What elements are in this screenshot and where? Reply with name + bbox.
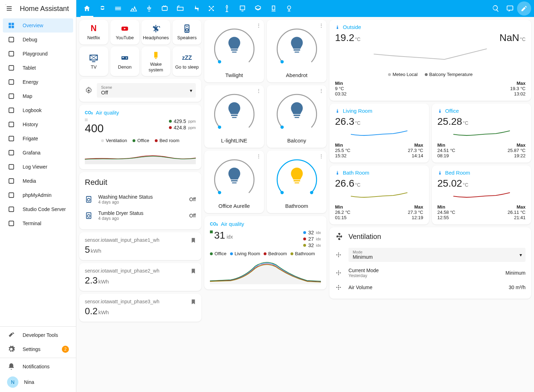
svg-point-56 [218, 191, 221, 194]
bookmark-icon [190, 237, 196, 244]
thermometer-icon: 🌡 [335, 170, 340, 176]
thermometer-icon: 🌡 [335, 24, 340, 30]
sidebar-item-history[interactable]: History [3, 117, 73, 131]
room-card-office[interactable]: 🌡Office 25.28°C Min24.51 °C08:19 Max25.8… [432, 104, 532, 163]
sidebar-header: Home Assistant [0, 0, 76, 17]
entity-row[interactable]: Tumble Dryer Status4 days agoOff [85, 207, 196, 224]
sidebar-item-terminal[interactable]: Terminal [3, 216, 73, 230]
sidebar-item-studio-code-server[interactable]: Studio Code Server [3, 202, 73, 216]
svg-point-63 [338, 254, 339, 255]
sidebar-item-tablet[interactable]: Tablet [3, 61, 73, 75]
quick-button-headphones[interactable]: Headphones [141, 20, 170, 45]
svg-point-26 [287, 6, 291, 9]
sidebar-item-logbook[interactable]: Logbook [3, 103, 73, 117]
quick-button-netflix[interactable]: NNetflix [79, 20, 108, 45]
gear-icon [7, 345, 16, 353]
topbar-tab-13[interactable] [281, 0, 297, 17]
gear-icon[interactable] [85, 87, 93, 94]
sidebar-item-phpmyadmin[interactable]: phpMyAdmin [3, 188, 73, 202]
sidebar-user[interactable]: N Nina [3, 374, 73, 391]
sidebar-settings[interactable]: Settings 2 [3, 342, 73, 356]
sidebar-item-media[interactable]: Media [3, 174, 73, 188]
svg-rect-40 [87, 197, 91, 203]
topbar-tab-8[interactable] [204, 0, 219, 17]
room-card-bed-room[interactable]: 🌡Bed Room 25.02°C Min24.58 °C12:55 Max26… [432, 165, 532, 224]
sidebar-item-log-viewer[interactable]: Log Viewer [3, 160, 73, 174]
search-button[interactable] [489, 1, 503, 16]
room-card-living-room[interactable]: 🌡Living Room 26.3°C Min25.5 °C15:32 Max2… [329, 104, 429, 163]
light-card-l-lightline[interactable]: ⋮ L-lightLINE [204, 85, 264, 148]
sensor-card[interactable]: sensor.iotawatt_input_phase2_wh2.3kWh [79, 263, 201, 291]
nav-icon [7, 64, 16, 72]
topbar-tab-5[interactable] [157, 0, 172, 17]
light-card-balcony[interactable]: ⋮ Balcony [267, 85, 327, 148]
sensor-card[interactable]: sensor.iotawatt_input_phase3_wh0.2kWh [79, 294, 201, 322]
light-card-bathroom[interactable]: ⋮ Bathroom [267, 151, 327, 213]
sidebar-item-overview[interactable]: Overview [3, 18, 73, 33]
entity-row[interactable]: Washing Machine Status4 days agoOff [85, 191, 196, 207]
sidebar-item-frigate[interactable]: Frigate [3, 131, 73, 146]
sidebar-item-grafana[interactable]: Grafana [3, 146, 73, 160]
svg-rect-52 [232, 117, 236, 118]
menu-icon[interactable] [6, 4, 14, 13]
light-card-abendrot[interactable]: ⋮ Abendrot [267, 20, 327, 82]
svg-rect-19 [177, 7, 183, 10]
bookmark-icon [190, 299, 196, 305]
quick-button-speakers[interactable]: Speakers [172, 20, 201, 45]
svg-rect-16 [9, 207, 13, 211]
light-card-office-aurelle[interactable]: ⋮ Office Aurelle [204, 151, 264, 213]
nav-icon [7, 120, 16, 129]
topbar-tab-0[interactable] [79, 0, 95, 17]
svg-rect-18 [162, 7, 168, 11]
topbar-tab-11[interactable] [250, 0, 266, 17]
nav-icon [7, 205, 16, 213]
thermometer-icon: 🌡 [438, 108, 442, 114]
svg-rect-14 [9, 179, 13, 183]
thermometer-icon: 🌡 [335, 108, 340, 114]
topbar-tab-3[interactable] [126, 0, 141, 17]
svg-point-60 [310, 191, 313, 194]
scene-select[interactable]: Scene Off ▾ [97, 83, 196, 98]
vent-mode-select[interactable]: Mode Minimum ▾ [348, 248, 526, 262]
svg-text:N: N [91, 24, 97, 33]
fan-icon [335, 269, 344, 276]
quick-button-tv[interactable]: TV [79, 47, 108, 76]
light-card-twilight[interactable]: ⋮ Twilight [204, 20, 264, 82]
reduit-card: Reduit Washing Machine Status4 days agoO… [79, 172, 201, 229]
topbar-tab-2[interactable] [110, 0, 126, 17]
chat-button[interactable] [503, 1, 517, 16]
topbar-tab-1[interactable] [95, 0, 110, 17]
sensor-card[interactable]: sensor.iotawatt_input_phase1_wh5kWh [79, 232, 201, 260]
topbar-tab-7[interactable] [188, 0, 204, 17]
svg-rect-7 [9, 80, 13, 84]
sidebar-item-energy[interactable]: Energy [3, 75, 73, 89]
svg-rect-24 [240, 6, 245, 10]
svg-rect-48 [293, 49, 300, 51]
topbar-tab-10[interactable] [235, 0, 250, 17]
nav-icon [7, 148, 16, 157]
svg-point-50 [218, 125, 221, 129]
topbar-tab-4[interactable] [141, 0, 157, 17]
nav-icon [7, 163, 16, 171]
quick-icon [120, 24, 130, 34]
topbar-tab-6[interactable] [172, 0, 188, 17]
topbar-tab-9[interactable] [219, 0, 235, 17]
ventilation-card: Ventilation Mode Minimum ▾ Current [329, 227, 531, 299]
sidebar-dev-tools[interactable]: Developer Tools [3, 328, 73, 342]
sidebar-item-map[interactable]: Map [3, 89, 73, 103]
bell-icon [7, 362, 16, 371]
sidebar-item-debug[interactable]: Debug [3, 33, 73, 47]
room-card-bath-room[interactable]: 🌡Bath Room 26.6°C Min26.2 °C01:15 Max27.… [329, 165, 429, 224]
quick-button-denon[interactable]: Denon [110, 47, 139, 76]
quick-button-youtube[interactable]: YouTube [110, 20, 139, 45]
edit-button[interactable] [517, 1, 531, 16]
quick-button-wake-system[interactable]: Wake system [141, 47, 170, 76]
nav-icon [7, 78, 16, 86]
air-quality-card-2: CO₂ Air quality 31 idx 32idx27idx32idx O… [204, 216, 327, 289]
sidebar-item-playground[interactable]: Playground [3, 47, 73, 61]
svg-point-43 [87, 215, 90, 217]
thermometer-icon: 🌡 [438, 170, 442, 176]
quick-button-go-to-sleep[interactable]: zZZGo to sleep [172, 47, 201, 76]
sidebar-notifications[interactable]: Notifications [3, 359, 73, 374]
topbar-tab-12[interactable] [266, 0, 281, 17]
